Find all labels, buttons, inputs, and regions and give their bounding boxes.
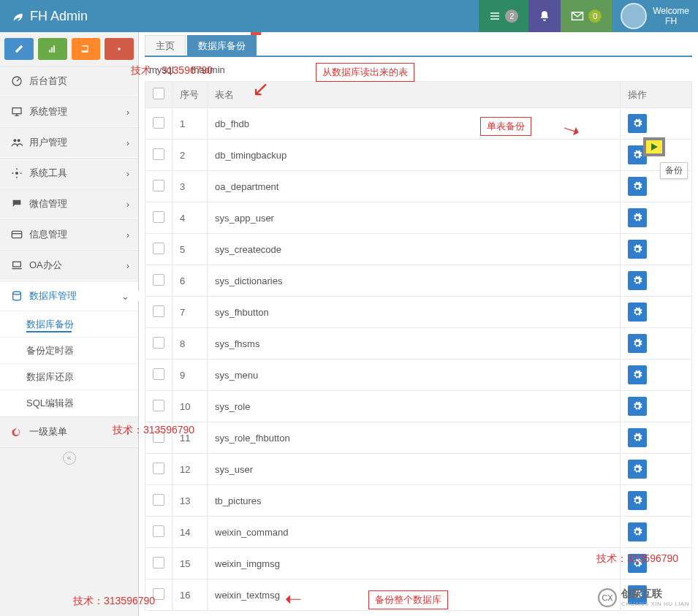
row-action-button[interactable] [628, 554, 647, 573]
tasks-badge: 2 [505, 9, 518, 23]
backup-play-popup[interactable] [643, 137, 665, 156]
row-name: sys_menu [208, 360, 621, 391]
sidebar-item-2[interactable]: 用户管理› [0, 128, 138, 157]
shortcut-edit[interactable] [4, 38, 34, 60]
sidebar-item-5[interactable]: 信息管理› [0, 220, 138, 249]
row-name: sys_fhbutton [208, 297, 621, 328]
avatar [621, 3, 647, 29]
tab-db-backup[interactable]: 数据库备份 [187, 35, 257, 56]
row-action-button[interactable] [628, 397, 647, 416]
gear-icon [632, 401, 642, 411]
gear-icon [632, 558, 642, 569]
row-index: 10 [172, 391, 208, 422]
row-checkbox[interactable] [153, 305, 164, 317]
sidebar-subitem-7-1[interactable]: 备份定时器 [0, 337, 138, 363]
gear-icon [632, 527, 642, 537]
row-checkbox[interactable] [153, 243, 164, 254]
sidebar-collapse[interactable]: « [0, 447, 138, 468]
row-name: sys_role_fhbutton [208, 422, 621, 454]
row-checkbox[interactable] [153, 148, 164, 160]
row-checkbox[interactable] [153, 494, 164, 506]
row-index: 7 [172, 297, 208, 328]
user-menu[interactable]: Welcome FH [612, 3, 698, 29]
sidebar-item-1[interactable]: 系统管理› [0, 97, 138, 126]
pencil-icon [14, 44, 24, 54]
row-action-button[interactable] [628, 522, 647, 541]
row-index: 12 [172, 454, 208, 485]
row-index: 4 [172, 202, 208, 234]
row-checkbox[interactable] [153, 400, 164, 411]
sidebar-subitem-7-3[interactable]: SQL编辑器 [0, 389, 138, 416]
sidebar-item-3[interactable]: 系统工具› [0, 159, 138, 188]
sidebar-subitem-7-2[interactable]: 数据库还原 [0, 363, 138, 389]
sidebar-item-8[interactable]: 一级菜单› [0, 417, 138, 446]
sidebar-item-0[interactable]: 后台首页 [0, 66, 138, 96]
row-name: sys_user [208, 454, 621, 485]
gear-icon [632, 464, 642, 474]
bell-icon [539, 10, 550, 22]
row-checkbox[interactable] [153, 525, 164, 537]
svg-rect-6 [12, 231, 21, 237]
tasks-icon [489, 10, 501, 22]
row-action-button[interactable] [628, 334, 647, 353]
row-action-button[interactable] [628, 208, 647, 227]
row-checkbox[interactable] [153, 337, 164, 349]
shortcut-stats[interactable] [38, 38, 67, 60]
row-action-button[interactable] [628, 365, 647, 384]
row-action-button[interactable] [628, 460, 647, 479]
row-checkbox[interactable] [153, 557, 164, 569]
breadcrumb-fhadmin[interactable]: fhadmin [191, 64, 225, 75]
table-row: 7sys_fhbutton [145, 297, 692, 328]
row-index: 2 [172, 140, 208, 171]
row-name: oa_department [208, 171, 621, 202]
sidebar-item-4[interactable]: 微信管理› [0, 189, 138, 218]
gear-icon [632, 150, 642, 160]
sidebar-item-6[interactable]: OA办公› [0, 251, 138, 280]
row-checkbox[interactable] [153, 274, 164, 286]
row-checkbox[interactable] [153, 463, 164, 474]
checkbox-all[interactable] [153, 88, 164, 99]
table-row: 13tb_pictures [145, 485, 692, 517]
row-index: 6 [172, 265, 208, 297]
row-action-button[interactable] [628, 114, 647, 133]
shortcut-book[interactable] [72, 38, 101, 60]
callout-single-backup: 单表备份 [480, 117, 531, 136]
row-action-button[interactable] [628, 303, 647, 322]
breadcrumb-mysql[interactable]: mysql [149, 64, 174, 75]
chevron-right-icon: › [126, 260, 129, 271]
sidebar-item-7[interactable]: 数据库管理⌄ [0, 281, 138, 311]
row-index: 14 [172, 517, 208, 548]
row-action-button[interactable] [628, 428, 647, 447]
alerts-button[interactable] [528, 0, 561, 32]
table-row: 8sys_fhsms [145, 328, 692, 360]
row-index: 16 [172, 579, 208, 611]
gear-icon [632, 181, 642, 191]
row-action-button[interactable] [628, 491, 647, 510]
chevron-right-icon: › [126, 427, 129, 438]
table-row: 11sys_role_fhbutton [145, 422, 692, 454]
row-checkbox[interactable] [153, 368, 164, 380]
shortcut-settings[interactable] [105, 38, 134, 60]
tab-close[interactable]: ✕ [251, 32, 261, 35]
row-action-button[interactable] [628, 240, 647, 259]
row-checkbox[interactable] [153, 431, 164, 443]
database-icon [9, 290, 25, 302]
table-row: 1db_fhdb [145, 108, 692, 140]
mail-button[interactable]: 0 [561, 0, 612, 32]
tab-home[interactable]: 主页 [145, 35, 186, 56]
leaf-icon [11, 9, 24, 23]
row-index: 13 [172, 485, 208, 517]
row-checkbox[interactable] [153, 588, 164, 600]
table-row: 4sys_app_user [145, 202, 692, 234]
tasks-button[interactable]: 2 [479, 0, 528, 32]
breadcrumb: mysql › fhadmin [145, 57, 692, 81]
sidebar-subitem-7-0[interactable]: 数据库备份 [0, 311, 138, 337]
row-checkbox[interactable] [153, 180, 164, 191]
row-index: 5 [172, 234, 208, 265]
col-ops: 操作 [621, 82, 692, 108]
row-checkbox[interactable] [153, 117, 164, 129]
svg-point-3 [13, 139, 16, 142]
row-checkbox[interactable] [153, 211, 164, 223]
row-action-button[interactable] [628, 177, 647, 196]
row-action-button[interactable] [628, 271, 647, 290]
